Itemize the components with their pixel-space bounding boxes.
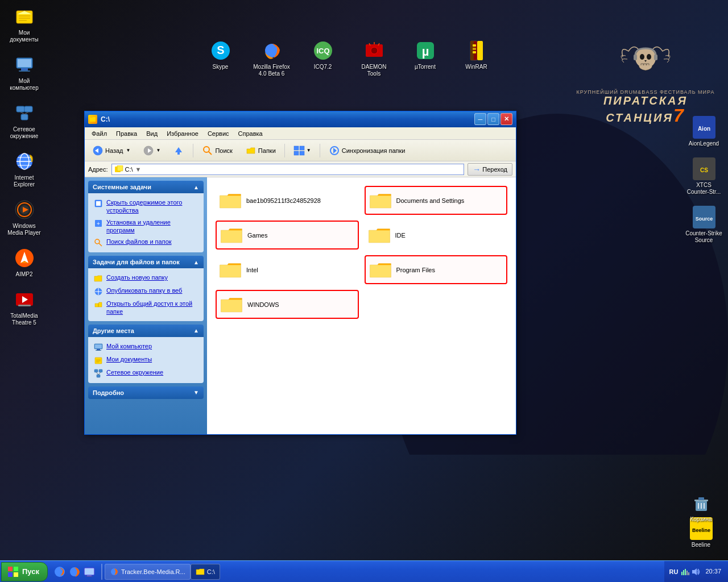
desktop-icon-daemon[interactable]: DAEMON Tools <box>353 37 395 80</box>
title-bar-left: C:\ <box>88 115 110 124</box>
folder-windows[interactable]: WINDOWS <box>216 290 359 319</box>
desktop-icon-winrar[interactable]: WinRAR <box>455 37 498 80</box>
file-area: bae1b095211f3c24852928 Documents and Set… <box>207 177 516 434</box>
svg-rect-13 <box>19 20 27 21</box>
svg-rect-17 <box>19 70 30 72</box>
folder-ide-label: IDE <box>395 232 406 239</box>
systray-lang[interactable]: RU <box>669 567 678 576</box>
system-clock[interactable]: 20:37 <box>703 567 723 575</box>
panel-link-search-files[interactable]: Поиск файлов и папок <box>93 236 199 249</box>
panel-link-my-computer[interactable]: Мой компьютер <box>93 340 199 354</box>
toolbar-sep-1 <box>193 144 193 157</box>
system-tasks-header[interactable]: Системные задачи ▲ <box>88 181 204 193</box>
menu-tools[interactable]: Сервис <box>203 129 234 138</box>
desktop-icon-my-computer[interactable]: Мойкомпьютер <box>3 51 46 94</box>
desktop-icon-totalmedia[interactable]: TotalMediaTheatre 5 <box>3 286 46 329</box>
quicklaunch-firefox[interactable] <box>68 566 81 578</box>
systray-volume[interactable] <box>692 567 701 576</box>
panel-link-network[interactable]: Сетевое окружение <box>93 367 199 380</box>
desktop-icon-ie[interactable]: InternetExplorer <box>3 148 46 190</box>
quicklaunch-ie[interactable] <box>53 566 66 578</box>
desktop-icons-right: Aion AionLegend CS XTCSCounter-Str... So… <box>682 114 725 246</box>
sync-button[interactable]: Синхронизация папки <box>324 143 411 159</box>
windows-logo-icon <box>7 566 19 577</box>
svg-text:Aion: Aion <box>697 126 710 132</box>
details-title: Подробно <box>93 389 124 396</box>
forward-button[interactable]: ▼ <box>138 143 166 159</box>
panel-link-share[interactable]: Открыть общий доступ к этой папке <box>93 298 199 318</box>
view-dropdown-arrow[interactable]: ▼ <box>307 148 311 153</box>
quicklaunch-show-desktop[interactable] <box>83 566 96 578</box>
desktop-icon-aionlegend[interactable]: Aion AionLegend <box>682 114 725 149</box>
svg-point-4 <box>647 54 651 60</box>
folder-ide[interactable]: IDE <box>365 221 508 250</box>
svg-text:S: S <box>217 44 224 56</box>
folder-games[interactable]: Games <box>216 221 359 250</box>
folder-program-files-icon <box>369 260 392 280</box>
system-tasks-section: Системные задачи ▲ Скрыть содержимое <box>88 181 204 252</box>
search-button[interactable]: Поиск <box>197 143 237 159</box>
go-arrow-icon: → <box>473 165 481 174</box>
folder-docs-settings[interactable]: Documents and Settings <box>365 186 508 215</box>
my-docs-label: Мои документы <box>5 30 43 43</box>
desktop-icon-wmp[interactable]: WindowsMedia Player <box>3 196 46 239</box>
new-folder-icon <box>94 274 103 283</box>
menu-view[interactable]: Вид <box>142 129 162 138</box>
minimize-button[interactable]: ─ <box>474 113 486 125</box>
taskbar-item-tracker[interactable]: Tracker.Bee-Media.R... <box>105 564 191 580</box>
up-button[interactable] <box>168 143 189 159</box>
address-dropdown-arrow[interactable]: ▼ <box>135 166 142 173</box>
desktop-icon-my-docs[interactable]: Мои документы <box>3 3 46 45</box>
close-button[interactable]: ✕ <box>500 113 512 125</box>
maximize-button[interactable]: □ <box>487 113 499 125</box>
wmp-label: WindowsMedia Player <box>7 223 40 236</box>
forward-dropdown-arrow[interactable]: ▼ <box>156 148 160 153</box>
panel-link-new-folder[interactable]: Создать новую папку <box>93 272 199 285</box>
folder-program-files[interactable]: Program Files <box>365 255 508 284</box>
file-tasks-header[interactable]: Задачи для файлов и папок ▲ <box>88 256 204 268</box>
systray-network[interactable] <box>680 567 689 576</box>
folders-button[interactable]: Папки <box>240 143 281 159</box>
back-dropdown-arrow[interactable]: ▼ <box>126 148 131 153</box>
desktop-icon-xtcs[interactable]: CS XTCSCounter-Str... <box>682 155 725 198</box>
panel-link-publish-web[interactable]: Опубликовать папку в веб <box>93 285 199 298</box>
panel-link-hide-contents[interactable]: Скрыть содержимое этого устройства <box>93 197 199 217</box>
desktop-icon-icq[interactable]: ICQ ICQ7.2 <box>301 37 344 80</box>
folder-intel[interactable]: Intel <box>216 255 359 284</box>
search-label: Поиск <box>215 147 232 154</box>
desktop-icon-aimp2[interactable]: AIMP2 <box>3 244 46 280</box>
menu-edit[interactable]: Правка <box>111 129 142 138</box>
details-header[interactable]: Подробно ▼ <box>88 386 204 399</box>
svg-rect-15 <box>18 59 31 67</box>
desktop-icon-cs-source[interactable]: Source Counter-StrikeSource <box>682 203 725 246</box>
taskbar-item-explorer[interactable]: C:\ <box>191 564 220 580</box>
folder-bae1b[interactable]: bae1b095211f3c24852928 <box>216 186 359 215</box>
view-options-button[interactable]: ▼ <box>288 143 316 159</box>
my-docs-icon <box>13 5 36 28</box>
start-button[interactable]: Пуск <box>1 562 48 581</box>
svg-rect-20 <box>21 114 28 120</box>
go-button[interactable]: → Переход <box>468 163 512 176</box>
hide-contents-label: Скрыть содержимое этого устройства <box>106 198 198 215</box>
desktop-icon-recycle[interactable]: Корзина <box>680 489 722 525</box>
desktop-icon-firefox[interactable]: Mozilla Firefox4.0 Beta 6 <box>250 37 293 80</box>
desktop-icon-skype[interactable]: S Skype <box>199 37 242 80</box>
svg-rect-100 <box>94 369 98 372</box>
svg-marker-70 <box>175 147 182 152</box>
desktop-icon-network[interactable]: Сетевоеокружение <box>3 99 46 142</box>
other-places-header[interactable]: Другие места ▲ <box>88 325 204 337</box>
new-folder-label: Создать новую папку <box>106 273 168 281</box>
panel-link-install-programs[interactable]: + Установка и удаление программ <box>93 217 199 236</box>
details-arrow: ▼ <box>193 389 199 396</box>
publish-web-label: Опубликовать папку в веб <box>106 286 182 294</box>
menu-file[interactable]: Файл <box>87 129 111 138</box>
back-button[interactable]: Назад ▼ <box>87 143 135 159</box>
svg-rect-76 <box>294 151 299 155</box>
menu-favorites[interactable]: Избранное <box>162 129 203 138</box>
network-label: Сетевоеокружение <box>10 126 38 140</box>
panel-link-my-documents[interactable]: Мои документы <box>93 354 199 367</box>
menu-help[interactable]: Справка <box>234 129 267 138</box>
share-label: Открыть общий доступ к этой папке <box>106 300 198 316</box>
desktop-icon-utorrent[interactable]: µ µTorrent <box>404 37 446 80</box>
address-input[interactable]: C:\ ▼ <box>111 164 465 175</box>
